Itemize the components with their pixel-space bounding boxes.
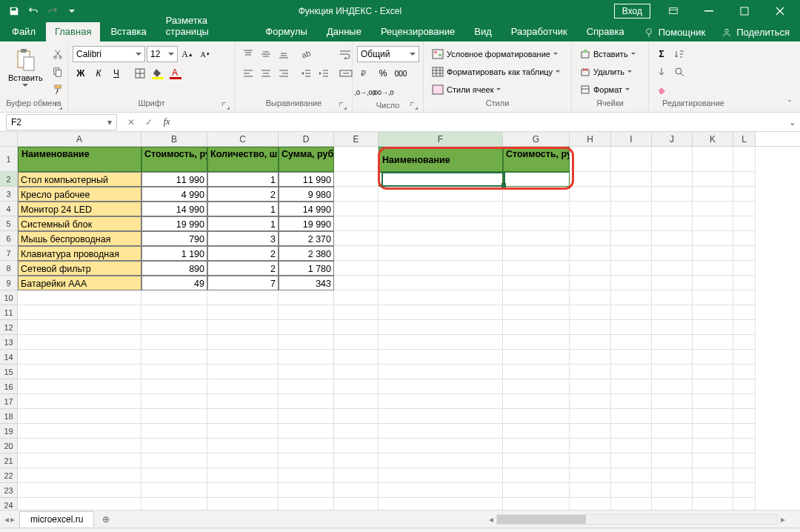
cell[interactable] bbox=[334, 147, 379, 172]
row-header[interactable]: 8 bbox=[0, 261, 18, 276]
cell[interactable] bbox=[693, 261, 733, 276]
row-header[interactable]: 18 bbox=[0, 409, 18, 424]
cell[interactable] bbox=[693, 320, 733, 335]
cell[interactable] bbox=[334, 498, 379, 510]
decrease-indent-icon[interactable] bbox=[298, 65, 314, 82]
row-header[interactable]: 2 bbox=[0, 172, 18, 187]
col-header[interactable]: I bbox=[611, 132, 652, 146]
cell[interactable]: 2 bbox=[207, 261, 279, 276]
cell[interactable] bbox=[279, 350, 334, 365]
conditional-formatting-button[interactable]: Условное форматирование bbox=[428, 46, 564, 62]
cell[interactable]: 19 990 bbox=[141, 216, 207, 231]
cell[interactable] bbox=[570, 216, 611, 231]
cell[interactable] bbox=[570, 246, 611, 261]
tab-data[interactable]: Данные bbox=[318, 22, 370, 41]
increase-decimal-icon[interactable]: ,0→,00 bbox=[357, 84, 373, 101]
row-header[interactable]: 13 bbox=[0, 335, 18, 350]
cell[interactable] bbox=[279, 483, 334, 498]
cell[interactable]: 790 bbox=[141, 231, 207, 246]
merge-icon[interactable] bbox=[338, 65, 354, 82]
cell[interactable] bbox=[18, 439, 141, 453]
cell[interactable] bbox=[611, 231, 652, 246]
row-header[interactable]: 20 bbox=[0, 439, 18, 453]
cell[interactable] bbox=[141, 394, 207, 409]
cell[interactable] bbox=[570, 468, 611, 483]
cell[interactable]: 14 990 bbox=[279, 202, 334, 216]
cell[interactable] bbox=[503, 276, 570, 290]
dialog-launcher-icon[interactable] bbox=[410, 102, 419, 110]
cell[interactable] bbox=[279, 290, 334, 305]
cell[interactable] bbox=[503, 231, 570, 246]
format-as-table-button[interactable]: Форматировать как таблицу bbox=[428, 64, 564, 80]
cell[interactable] bbox=[379, 202, 503, 216]
row-header[interactable]: 21 bbox=[0, 453, 18, 468]
cell[interactable] bbox=[570, 498, 611, 510]
row-header[interactable]: 19 bbox=[0, 424, 18, 439]
cell[interactable]: 2 370 bbox=[279, 231, 334, 246]
cell[interactable] bbox=[334, 187, 379, 202]
cell[interactable] bbox=[334, 305, 379, 320]
cell[interactable] bbox=[141, 350, 207, 365]
fx-icon[interactable]: fx bbox=[159, 114, 175, 130]
align-center-icon[interactable] bbox=[258, 65, 274, 82]
cell[interactable] bbox=[334, 172, 379, 187]
cell[interactable] bbox=[279, 439, 334, 453]
cell[interactable] bbox=[652, 498, 693, 510]
enter-formula-icon[interactable]: ✓ bbox=[141, 114, 157, 130]
cell[interactable] bbox=[611, 276, 652, 290]
tab-help[interactable]: Справка bbox=[578, 22, 633, 41]
sheet-nav-prev-icon[interactable]: ◂ bbox=[4, 514, 9, 525]
cell[interactable] bbox=[733, 483, 756, 498]
row-header[interactable]: 14 bbox=[0, 350, 18, 365]
table-header[interactable]: Сумма, руб. bbox=[279, 147, 334, 172]
cell[interactable] bbox=[207, 350, 279, 365]
cell[interactable] bbox=[733, 290, 756, 305]
underline-icon[interactable]: Ч bbox=[108, 65, 124, 82]
cell[interactable] bbox=[611, 305, 652, 320]
col-header[interactable]: D bbox=[279, 132, 334, 146]
tab-home[interactable]: Главная bbox=[46, 22, 100, 41]
cell[interactable] bbox=[18, 394, 141, 409]
cell[interactable] bbox=[18, 468, 141, 483]
cell[interactable]: 11 990 bbox=[279, 172, 334, 187]
cell[interactable] bbox=[503, 498, 570, 510]
cell[interactable] bbox=[693, 483, 733, 498]
shrink-font-icon[interactable]: A▼ bbox=[197, 46, 213, 62]
cell[interactable] bbox=[652, 276, 693, 290]
table-header[interactable]: Стоимость, руб. bbox=[503, 147, 570, 172]
cell[interactable] bbox=[611, 335, 652, 350]
tell-me[interactable]: Помощник bbox=[636, 27, 713, 41]
cell[interactable] bbox=[611, 365, 652, 379]
col-header[interactable]: C bbox=[207, 132, 279, 146]
cell[interactable] bbox=[141, 424, 207, 439]
cell[interactable] bbox=[693, 424, 733, 439]
cell[interactable] bbox=[652, 305, 693, 320]
cell[interactable]: 343 bbox=[279, 276, 334, 290]
cell[interactable] bbox=[334, 216, 379, 231]
cell[interactable]: 1 bbox=[207, 172, 279, 187]
cell[interactable] bbox=[570, 231, 611, 246]
cell[interactable] bbox=[652, 365, 693, 379]
align-middle-icon[interactable] bbox=[258, 46, 274, 62]
undo-icon[interactable] bbox=[25, 3, 41, 19]
cell[interactable] bbox=[611, 261, 652, 276]
cell[interactable] bbox=[207, 483, 279, 498]
cell[interactable] bbox=[279, 453, 334, 468]
cell[interactable] bbox=[141, 468, 207, 483]
cell[interactable] bbox=[379, 483, 503, 498]
row-header[interactable]: 15 bbox=[0, 365, 18, 379]
cell[interactable] bbox=[733, 261, 756, 276]
cell[interactable] bbox=[693, 276, 733, 290]
cell[interactable] bbox=[503, 172, 570, 187]
bold-icon[interactable]: Ж bbox=[73, 65, 89, 82]
format-painter-icon[interactable] bbox=[50, 82, 66, 98]
fill-color-icon[interactable] bbox=[150, 65, 166, 82]
wrap-text-icon[interactable] bbox=[338, 46, 354, 62]
cell[interactable]: Сетевой фильтр bbox=[18, 261, 141, 276]
comma-icon[interactable]: 000 bbox=[393, 65, 409, 82]
cell[interactable] bbox=[379, 394, 503, 409]
cell[interactable] bbox=[611, 424, 652, 439]
select-all-corner[interactable] bbox=[0, 132, 18, 146]
cell[interactable] bbox=[279, 424, 334, 439]
col-header[interactable]: F bbox=[379, 132, 503, 146]
